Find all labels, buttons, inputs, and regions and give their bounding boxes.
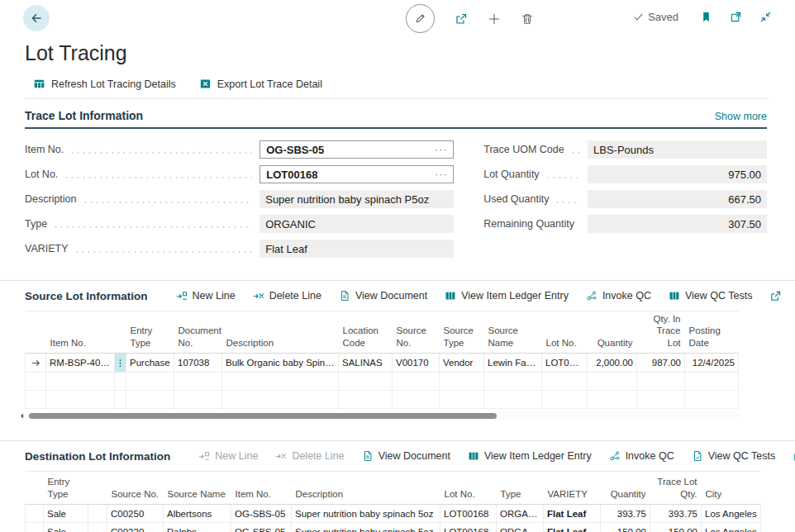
- export-lot-trace-detail-button[interactable]: Export Lot Trace Detail: [199, 78, 322, 90]
- grid-cell[interactable]: ORGANIC: [497, 505, 544, 523]
- grid-cell[interactable]: Purchase: [126, 354, 174, 373]
- grid-cell[interactable]: OG-SBS-05: [231, 523, 292, 532]
- grid-cell[interactable]: Albertsons: [164, 505, 231, 523]
- grid-cell[interactable]: 393.75: [650, 505, 702, 523]
- grid-cell[interactable]: OG-SBS-05: [231, 505, 292, 523]
- bookmark-button[interactable]: [700, 11, 712, 23]
- grid-cell[interactable]: 2,000.00: [588, 354, 637, 373]
- lot-no-input[interactable]: LOT00168···: [259, 165, 454, 183]
- scroll-left-icon[interactable]: [18, 412, 26, 420]
- column-header[interactable]: Entry Type: [126, 311, 174, 354]
- column-header[interactable]: VARIETY: [544, 472, 601, 505]
- grid-cell[interactable]: SALINAS: [339, 354, 393, 373]
- column-header[interactable]: Quantity: [588, 311, 637, 354]
- grid-cell[interactable]: Sale: [44, 523, 88, 532]
- row-selector-cell[interactable]: [26, 505, 44, 523]
- column-header[interactable]: Quantity: [601, 472, 650, 505]
- grid-cell[interactable]: LOT00168: [440, 505, 497, 523]
- column-header[interactable]: Source Name: [484, 311, 542, 354]
- grid-cell[interactable]: Bulk Organic baby Spinach l...: [222, 354, 339, 373]
- source-view-document-button[interactable]: View Document: [339, 290, 427, 302]
- column-header[interactable]: Entry Type: [44, 472, 88, 505]
- grid-cell[interactable]: LOT00167: [542, 354, 588, 373]
- grid-cell[interactable]: LOT00168: [440, 523, 497, 532]
- grid-cell[interactable]: C00250: [107, 505, 164, 523]
- destination-toolbar: New LineDelete LineView DocumentView Ite…: [198, 450, 793, 462]
- grid-cell[interactable]: Sale: [44, 505, 88, 523]
- open-in-new-window-button[interactable]: [730, 11, 742, 23]
- column-header[interactable]: Lot No.: [440, 472, 497, 505]
- grid-cell[interactable]: RM-BSP-40LB: [46, 354, 115, 373]
- source-share-button[interactable]: [769, 290, 782, 302]
- grid-cell[interactable]: V00170: [393, 354, 440, 373]
- edit-button[interactable]: [406, 4, 435, 33]
- column-header[interactable]: Source Name: [164, 472, 231, 505]
- row-ellipsis-button[interactable]: [115, 354, 126, 372]
- lot-no-value: LOT00168: [266, 169, 317, 181]
- toolbar-label: View Document: [378, 450, 450, 462]
- grid-cell[interactable]: 987.00: [637, 354, 685, 373]
- grid-cell[interactable]: Lewin Farms: [484, 354, 542, 373]
- source-view-item-ledger-entry-button[interactable]: View Item Ledger Entry: [445, 290, 569, 302]
- show-more-link[interactable]: Show more: [715, 111, 767, 122]
- spacer-cell[interactable]: [88, 523, 107, 532]
- add-button[interactable]: [488, 12, 501, 26]
- grid-cell[interactable]: 393.75: [601, 505, 650, 523]
- dest-invoke-qc-button[interactable]: Invoke QC: [609, 450, 674, 462]
- source-invoke-qc-button[interactable]: Invoke QC: [586, 290, 651, 302]
- scrollbar-track[interactable]: [26, 412, 738, 420]
- grid-cell[interactable]: 12/4/2025: [685, 354, 739, 373]
- dest-view-item-ledger-entry-button[interactable]: View Item Ledger Entry: [468, 450, 592, 462]
- back-arrow-icon: [30, 12, 43, 25]
- column-header[interactable]: Source No.: [107, 472, 164, 505]
- dest-view-qc-tests-button[interactable]: View QC Tests: [692, 450, 776, 462]
- column-header[interactable]: Description: [222, 311, 339, 354]
- grid-cell[interactable]: 107038: [174, 354, 222, 373]
- column-header[interactable]: Item No.: [231, 472, 292, 505]
- grid-cell[interactable]: Los Angeles: [702, 523, 761, 532]
- collapse-button[interactable]: [759, 11, 772, 23]
- grid-cell[interactable]: Flat Leaf: [544, 505, 601, 523]
- share-button[interactable]: [455, 12, 468, 26]
- column-header[interactable]: Source Type: [440, 311, 484, 354]
- grid-cell[interactable]: Los Angeles: [702, 505, 761, 523]
- lot-no-lookup-button[interactable]: ···: [435, 169, 447, 179]
- scrollbar-thumb[interactable]: [29, 413, 497, 419]
- source-lot-grid: Item No.Entry TypeDocument No.Descriptio…: [25, 311, 739, 409]
- column-header[interactable]: Type: [497, 472, 544, 505]
- column-header[interactable]: Description: [292, 472, 440, 505]
- column-header[interactable]: Document No.: [174, 311, 222, 354]
- grid-cell[interactable]: C00220: [107, 523, 164, 532]
- column-spacer: [26, 311, 46, 354]
- view-document-icon: [339, 290, 350, 302]
- grid-cell[interactable]: Flat Leaf: [544, 523, 601, 532]
- delete-button[interactable]: [521, 12, 534, 26]
- column-header[interactable]: City: [702, 472, 761, 505]
- source-toolbar: New LineDelete LineView DocumentView Ite…: [176, 290, 770, 302]
- grid-cell[interactable]: ORGANIC: [497, 523, 544, 532]
- column-header[interactable]: Location Code: [339, 311, 393, 354]
- row-selector-cell[interactable]: [26, 523, 44, 532]
- column-header[interactable]: Trace Lot Qty.: [650, 472, 702, 505]
- column-header[interactable]: Qty. In Trace Lot: [637, 311, 685, 354]
- page-action-bar: Refresh Lot Tracing DetailsExport Lot Tr…: [25, 76, 769, 99]
- grid-cell[interactable]: Super nutrition baby spinach 5oz: [292, 505, 440, 523]
- source-view-qc-tests-button[interactable]: View QC Tests: [669, 290, 753, 302]
- source-delete-line-button[interactable]: Delete Line: [253, 290, 321, 302]
- dest-view-document-button[interactable]: View Document: [362, 450, 450, 462]
- grid-cell[interactable]: Super nutrition baby spinach 5oz: [292, 523, 440, 532]
- column-header[interactable]: Lot No.: [542, 311, 588, 354]
- refresh-lot-tracing-details-button[interactable]: Refresh Lot Tracing Details: [33, 78, 176, 90]
- item-no-lookup-button[interactable]: ···: [435, 145, 447, 154]
- grid-cell[interactable]: 150.00: [601, 523, 650, 532]
- column-header[interactable]: Source No.: [393, 311, 440, 354]
- grid-cell[interactable]: 150.00: [650, 523, 702, 532]
- grid-cell[interactable]: Vendor: [440, 354, 484, 373]
- spacer-cell[interactable]: [88, 505, 107, 523]
- back-button[interactable]: [23, 5, 50, 31]
- item-no-input[interactable]: OG-SBS-05···: [259, 140, 454, 159]
- source-new-line-button[interactable]: New Line: [176, 290, 236, 302]
- column-header[interactable]: Posting Date: [685, 311, 739, 354]
- grid-cell[interactable]: Ralphs: [164, 523, 231, 532]
- column-header[interactable]: Item No.: [46, 311, 115, 354]
